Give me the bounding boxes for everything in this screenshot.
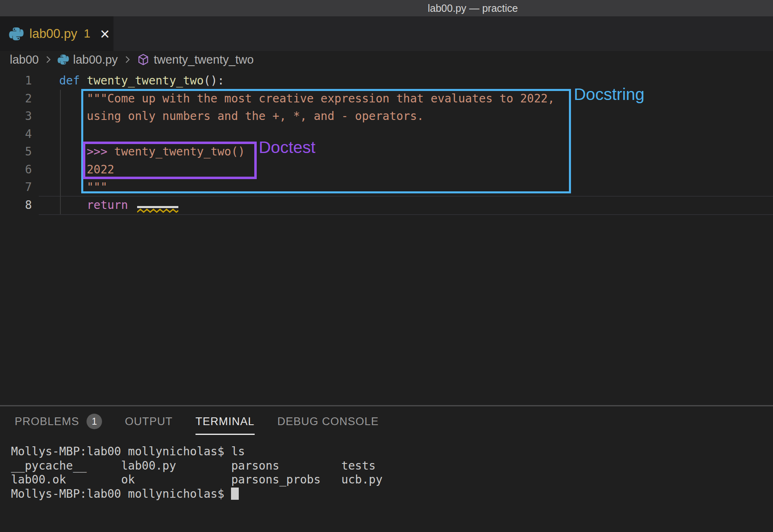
chevron-right-icon <box>43 54 53 65</box>
doctest-annotation-label: Doctest <box>259 138 315 157</box>
terminal-line: __pycache__ lab00.py parsons tests <box>11 459 382 473</box>
tab-bar: lab00.py 1 × <box>0 16 773 51</box>
line-number: 5 <box>0 145 32 158</box>
problems-count-badge: 1 <box>87 414 102 429</box>
tab-problem-count: 1 <box>84 27 90 40</box>
vscode-window: lab00.py — practice lab00.py 1 × lab00 l… <box>0 0 773 532</box>
terminal-cursor <box>231 488 239 500</box>
terminal-line: Mollys-MBP:lab00 mollynicholas$ ls <box>11 445 382 459</box>
close-icon[interactable]: × <box>100 27 109 41</box>
tab-debug-console[interactable]: DEBUG CONSOLE <box>278 415 379 435</box>
window-title: lab00.py — practice <box>428 2 518 14</box>
terminal-line: Mollys-MBP:lab00 mollynicholas$ <box>11 487 231 501</box>
code-token: def <box>59 74 80 87</box>
tab-lab00py[interactable]: lab00.py 1 × <box>0 16 113 51</box>
code-token: return <box>59 198 128 212</box>
terminal-prompt-line: Mollys-MBP:lab00 mollynicholas$ <box>11 487 382 501</box>
bottom-panel: PROBLEMS 1 OUTPUT TERMINAL DEBUG CONSOLE… <box>0 406 773 532</box>
code-editor[interactable]: 1 def twenty_twenty_two(): 2 """Come up … <box>0 68 773 405</box>
symbol-cube-icon <box>137 53 150 66</box>
docstring-annotation-label: Docstring <box>574 85 644 104</box>
line-number: 1 <box>0 74 32 87</box>
breadcrumb: lab00 lab00.py twenty_twenty_two <box>10 51 254 68</box>
terminal-output[interactable]: Mollys-MBP:lab00 mollynicholas$ ls __pyc… <box>11 445 382 501</box>
line-number: 7 <box>0 180 32 194</box>
panel-tab-label: TERMINAL <box>195 415 255 428</box>
breadcrumb-symbol[interactable]: twenty_twenty_two <box>154 53 254 66</box>
breadcrumb-folder[interactable]: lab00 <box>10 53 39 66</box>
panel-tab-bar: PROBLEMS 1 OUTPUT TERMINAL DEBUG CONSOLE <box>15 414 379 436</box>
chevron-right-icon <box>122 54 133 65</box>
terminal-line: lab00.ok ok parsons_probs ucb.py <box>11 473 382 487</box>
doctest-annotation-box <box>83 142 257 179</box>
line-number: 8 <box>0 198 32 212</box>
breadcrumb-file[interactable]: lab00.py <box>73 53 118 66</box>
code-token: (): <box>204 74 224 87</box>
tab-problems[interactable]: PROBLEMS 1 <box>15 414 102 436</box>
tab-terminal[interactable]: TERMINAL <box>195 415 255 435</box>
tab-output[interactable]: OUTPUT <box>125 415 173 435</box>
code-token: twenty_twenty_two <box>80 74 204 87</box>
panel-tab-label: PROBLEMS <box>15 415 79 428</box>
warning-squiggle-icon <box>137 208 178 214</box>
line-number: 2 <box>0 92 32 105</box>
line-number: 4 <box>0 127 32 141</box>
panel-tab-label: DEBUG CONSOLE <box>278 415 379 428</box>
line-number: 3 <box>0 109 32 123</box>
title-bar: lab00.py — practice <box>0 0 773 16</box>
panel-tab-label: OUTPUT <box>125 415 173 428</box>
line-number: 6 <box>0 163 32 176</box>
code-line: 1 def twenty_twenty_two(): <box>0 72 773 90</box>
python-icon <box>9 27 24 41</box>
tab-label: lab00.py <box>29 27 77 41</box>
code-line: 8 return <box>0 196 773 214</box>
python-icon <box>58 54 69 65</box>
